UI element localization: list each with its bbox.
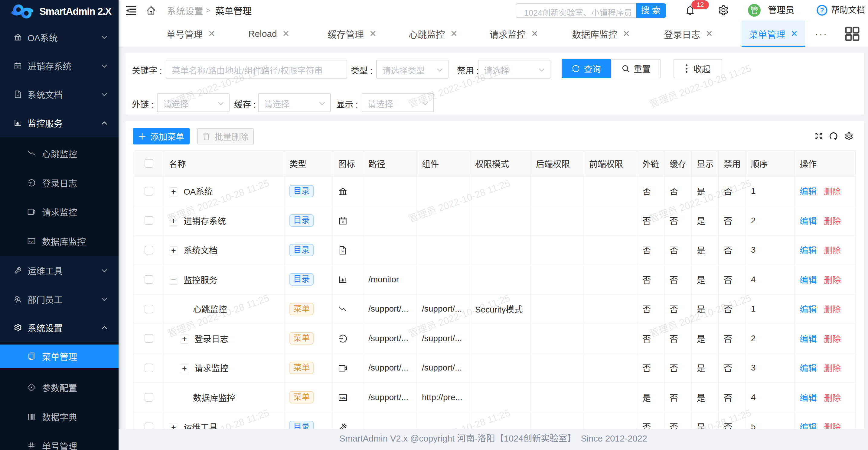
svg-text:SQL: SQL xyxy=(29,240,34,243)
svg-text:?: ? xyxy=(820,6,824,14)
svg-text:SQL: SQL xyxy=(340,396,346,399)
svg-text:W: W xyxy=(17,94,19,97)
svg-text:¥: ¥ xyxy=(17,66,19,69)
svg-text:¥: ¥ xyxy=(342,221,344,224)
svg-text:W: W xyxy=(341,250,344,253)
